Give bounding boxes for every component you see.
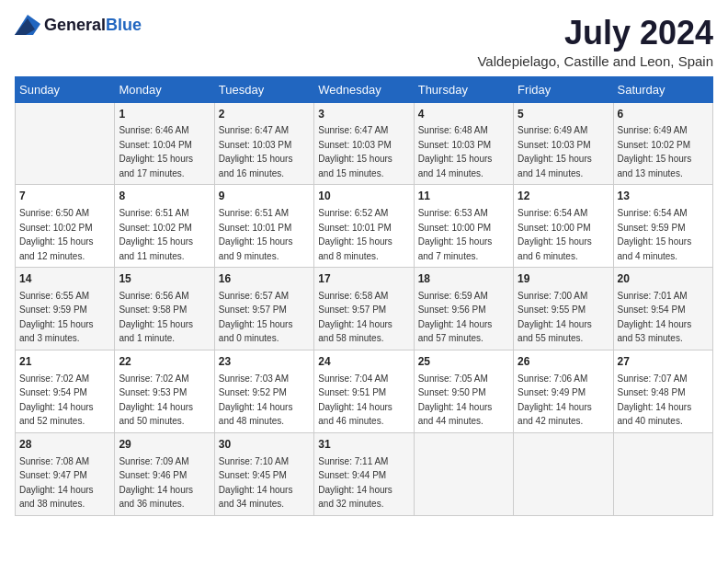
cell-3-2: 23 Sunrise: 7:03 AMSunset: 9:52 PMDaylig… xyxy=(214,350,313,432)
cell-2-3: 17 Sunrise: 6:58 AMSunset: 9:57 PMDaylig… xyxy=(314,268,414,350)
cell-2-1: 15 Sunrise: 6:56 AMSunset: 9:58 PMDaylig… xyxy=(115,268,214,350)
logo-general: General xyxy=(44,16,106,34)
day-info: Sunrise: 6:47 AMSunset: 10:03 PMDaylight… xyxy=(219,125,293,178)
day-number: 28 xyxy=(19,437,110,453)
month-year: July 2024 xyxy=(477,15,713,52)
day-info: Sunrise: 7:08 AMSunset: 9:47 PMDaylight:… xyxy=(19,456,94,510)
week-row-0: 1 Sunrise: 6:46 AMSunset: 10:04 PMDaylig… xyxy=(16,102,713,185)
cell-4-6 xyxy=(613,432,712,515)
header-monday: Monday xyxy=(115,76,214,102)
cell-0-4: 4 Sunrise: 6:48 AMSunset: 10:03 PMDaylig… xyxy=(414,102,513,185)
cell-3-3: 24 Sunrise: 7:04 AMSunset: 9:51 PMDaylig… xyxy=(314,350,414,432)
day-number: 26 xyxy=(518,354,609,370)
day-info: Sunrise: 6:52 AMSunset: 10:01 PMDaylight… xyxy=(318,208,392,261)
cell-4-4 xyxy=(414,432,513,515)
day-info: Sunrise: 7:11 AMSunset: 9:44 PMDaylight:… xyxy=(318,456,392,510)
title-block: July 2024 Valdepielago, Castille and Leo… xyxy=(477,15,713,69)
day-info: Sunrise: 6:57 AMSunset: 9:57 PMDaylight:… xyxy=(219,291,293,344)
day-info: Sunrise: 6:59 AMSunset: 9:56 PMDaylight:… xyxy=(418,291,493,344)
day-info: Sunrise: 7:07 AMSunset: 9:48 PMDaylight:… xyxy=(618,373,692,427)
header-wednesday: Wednesday xyxy=(314,76,414,102)
cell-0-5: 5 Sunrise: 6:49 AMSunset: 10:03 PMDaylig… xyxy=(514,102,613,185)
day-number: 9 xyxy=(219,189,310,204)
day-number: 27 xyxy=(618,354,709,370)
day-number: 1 xyxy=(119,107,210,122)
day-number: 23 xyxy=(219,354,310,370)
cell-4-0: 28 Sunrise: 7:08 AMSunset: 9:47 PMDaylig… xyxy=(16,432,115,515)
day-number: 2 xyxy=(219,107,310,122)
header-tuesday: Tuesday xyxy=(214,76,313,102)
day-info: Sunrise: 6:58 AMSunset: 9:57 PMDaylight:… xyxy=(318,291,392,344)
cell-3-6: 27 Sunrise: 7:07 AMSunset: 9:48 PMDaylig… xyxy=(613,350,712,432)
cell-1-6: 13 Sunrise: 6:54 AMSunset: 9:59 PMDaylig… xyxy=(613,185,712,268)
cell-1-0: 7 Sunrise: 6:50 AMSunset: 10:02 PMDaylig… xyxy=(16,185,115,268)
day-info: Sunrise: 7:02 AMSunset: 9:54 PMDaylight:… xyxy=(19,373,94,427)
week-row-3: 21 Sunrise: 7:02 AMSunset: 9:54 PMDaylig… xyxy=(16,350,713,432)
day-info: Sunrise: 7:02 AMSunset: 9:53 PMDaylight:… xyxy=(119,373,193,427)
day-info: Sunrise: 6:54 AMSunset: 10:00 PMDaylight… xyxy=(518,208,592,261)
location: Valdepielago, Castille and Leon, Spain xyxy=(477,53,713,69)
day-info: Sunrise: 6:46 AMSunset: 10:04 PMDaylight… xyxy=(119,125,193,178)
day-info: Sunrise: 6:56 AMSunset: 9:58 PMDaylight:… xyxy=(119,291,193,344)
header-row: Sunday Monday Tuesday Wednesday Thursday… xyxy=(16,76,713,102)
calendar-table: Sunday Monday Tuesday Wednesday Thursday… xyxy=(15,76,713,516)
cell-0-1: 1 Sunrise: 6:46 AMSunset: 10:04 PMDaylig… xyxy=(115,102,214,185)
header-friday: Friday xyxy=(514,76,613,102)
cell-0-2: 2 Sunrise: 6:47 AMSunset: 10:03 PMDaylig… xyxy=(214,102,313,185)
day-info: Sunrise: 6:47 AMSunset: 10:03 PMDaylight… xyxy=(318,125,392,178)
day-number: 15 xyxy=(119,271,210,287)
header-thursday: Thursday xyxy=(414,76,513,102)
day-info: Sunrise: 6:51 AMSunset: 10:01 PMDaylight… xyxy=(219,208,293,261)
logo: GeneralBlue xyxy=(15,15,142,35)
day-number: 20 xyxy=(618,271,709,287)
page-header: GeneralBlue July 2024 Valdepielago, Cast… xyxy=(15,15,713,69)
day-number: 17 xyxy=(318,271,409,287)
cell-3-0: 21 Sunrise: 7:02 AMSunset: 9:54 PMDaylig… xyxy=(16,350,115,432)
week-row-2: 14 Sunrise: 6:55 AMSunset: 9:59 PMDaylig… xyxy=(16,268,713,350)
cell-2-2: 16 Sunrise: 6:57 AMSunset: 9:57 PMDaylig… xyxy=(214,268,313,350)
day-number: 12 xyxy=(518,189,609,204)
day-info: Sunrise: 6:49 AMSunset: 10:02 PMDaylight… xyxy=(618,125,692,178)
day-number: 10 xyxy=(318,189,409,204)
cell-4-3: 31 Sunrise: 7:11 AMSunset: 9:44 PMDaylig… xyxy=(314,432,414,515)
header-sunday: Sunday xyxy=(16,76,115,102)
cell-1-4: 11 Sunrise: 6:53 AMSunset: 10:00 PMDayli… xyxy=(414,185,513,268)
day-info: Sunrise: 6:49 AMSunset: 10:03 PMDaylight… xyxy=(518,125,592,178)
cell-3-1: 22 Sunrise: 7:02 AMSunset: 9:53 PMDaylig… xyxy=(115,350,214,432)
day-number: 13 xyxy=(618,189,709,204)
day-info: Sunrise: 6:50 AMSunset: 10:02 PMDaylight… xyxy=(19,208,94,261)
day-number: 30 xyxy=(219,437,310,453)
day-number: 16 xyxy=(219,271,310,287)
cell-0-0 xyxy=(16,102,115,185)
day-number: 4 xyxy=(418,107,509,122)
day-info: Sunrise: 7:06 AMSunset: 9:49 PMDaylight:… xyxy=(518,373,592,427)
day-number: 24 xyxy=(318,354,409,370)
week-row-1: 7 Sunrise: 6:50 AMSunset: 10:02 PMDaylig… xyxy=(16,185,713,268)
cell-2-5: 19 Sunrise: 7:00 AMSunset: 9:55 PMDaylig… xyxy=(514,268,613,350)
day-number: 19 xyxy=(518,271,609,287)
day-info: Sunrise: 7:03 AMSunset: 9:52 PMDaylight:… xyxy=(219,373,293,427)
day-number: 5 xyxy=(518,107,609,122)
day-number: 6 xyxy=(618,107,709,122)
day-info: Sunrise: 6:51 AMSunset: 10:02 PMDaylight… xyxy=(119,208,193,261)
calendar-header: Sunday Monday Tuesday Wednesday Thursday… xyxy=(16,76,713,102)
cell-1-5: 12 Sunrise: 6:54 AMSunset: 10:00 PMDayli… xyxy=(514,185,613,268)
logo-text: GeneralBlue xyxy=(44,16,142,35)
cell-1-2: 9 Sunrise: 6:51 AMSunset: 10:01 PMDaylig… xyxy=(214,185,313,268)
logo-blue: Blue xyxy=(106,16,142,34)
cell-4-5 xyxy=(514,432,613,515)
day-number: 11 xyxy=(418,189,509,204)
day-number: 29 xyxy=(119,437,210,453)
day-number: 8 xyxy=(119,189,210,204)
logo-icon xyxy=(15,15,40,35)
cell-2-0: 14 Sunrise: 6:55 AMSunset: 9:59 PMDaylig… xyxy=(16,268,115,350)
cell-0-3: 3 Sunrise: 6:47 AMSunset: 10:03 PMDaylig… xyxy=(314,102,414,185)
cell-2-6: 20 Sunrise: 7:01 AMSunset: 9:54 PMDaylig… xyxy=(613,268,712,350)
day-info: Sunrise: 6:55 AMSunset: 9:59 PMDaylight:… xyxy=(19,291,94,344)
day-number: 25 xyxy=(418,354,509,370)
header-saturday: Saturday xyxy=(613,76,712,102)
cell-3-5: 26 Sunrise: 7:06 AMSunset: 9:49 PMDaylig… xyxy=(514,350,613,432)
day-number: 14 xyxy=(19,271,110,287)
day-info: Sunrise: 7:09 AMSunset: 9:46 PMDaylight:… xyxy=(119,456,193,510)
day-number: 7 xyxy=(19,189,110,204)
